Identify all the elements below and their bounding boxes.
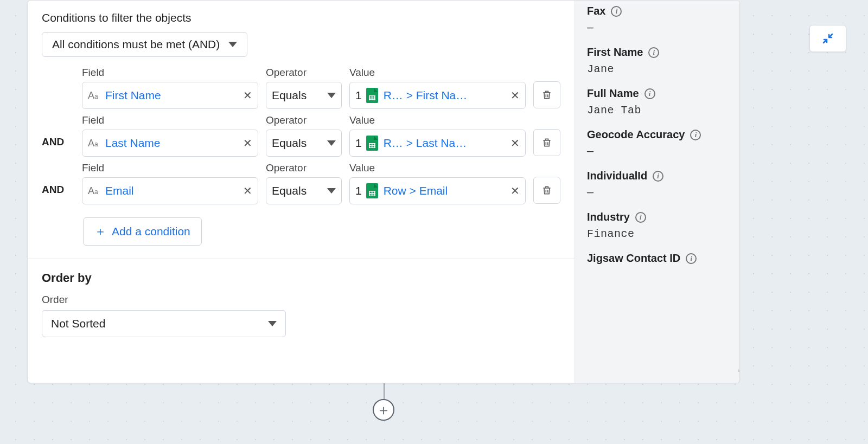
value-step-index: 1: [355, 89, 362, 102]
property-value: Finance: [587, 228, 740, 240]
value-path: Row > Email: [384, 184, 448, 197]
chevron-down-icon: [268, 321, 277, 326]
chevron-down-icon: [327, 93, 336, 98]
property-row: IndividualIdi —: [587, 170, 740, 199]
property-value: —: [587, 22, 740, 34]
collapse-panel-button[interactable]: [809, 25, 846, 52]
operator-select[interactable]: Equals: [266, 177, 342, 204]
value-label: Value: [349, 162, 526, 174]
order-by-section: Order by Order Not Sorted: [28, 259, 575, 353]
order-label: Order: [42, 294, 560, 306]
add-condition-label: Add a condition: [112, 225, 190, 238]
conditions-rows: Field Aa First Name ✕ Operator Equals V: [28, 57, 575, 246]
chevron-down-icon: [327, 140, 336, 146]
operator-value: Equals: [272, 184, 307, 197]
and-conjunction: AND: [42, 123, 74, 148]
field-label: Field: [82, 162, 258, 174]
delete-condition-button[interactable]: [533, 177, 560, 204]
field-label: Field: [82, 67, 258, 79]
conditions-mode-select[interactable]: All conditions must be met (AND): [42, 32, 247, 57]
field-input[interactable]: Aa First Name ✕: [82, 82, 258, 109]
operator-label: Operator: [266, 114, 342, 126]
value-label: Value: [349, 67, 526, 79]
property-row: Full Namei Jane Tab: [587, 87, 740, 117]
plus-icon: ＋: [94, 223, 106, 240]
condition-row: AND Field Aa Email ✕ Operator Equals: [42, 162, 560, 204]
card-main: Conditions to filter the objects All con…: [28, 1, 575, 383]
delete-condition-button[interactable]: [533, 129, 560, 156]
property-label: Geocode Accuracy: [587, 128, 685, 141]
property-label: Full Name: [587, 87, 639, 100]
field-input[interactable]: Aa Email ✕: [82, 177, 258, 204]
trash-icon: [541, 89, 552, 101]
field-label: Field: [82, 114, 258, 126]
clear-field-icon[interactable]: ✕: [243, 137, 252, 150]
text-type-icon: Aa: [88, 138, 101, 149]
chevron-down-icon: [228, 42, 237, 47]
property-label: Jigsaw Contact ID: [587, 252, 680, 265]
value-label: Value: [349, 114, 526, 126]
property-label: Industry: [587, 211, 630, 223]
clear-field-icon[interactable]: ✕: [243, 89, 252, 102]
trash-icon: [541, 137, 552, 149]
condition-row: Field Aa First Name ✕ Operator Equals V: [42, 67, 560, 109]
trash-icon: [541, 184, 552, 196]
conditions-heading: Conditions to filter the objects: [42, 11, 560, 24]
chevron-down-icon: [327, 188, 336, 194]
value-input[interactable]: 1 Row > Email ✕: [349, 177, 526, 204]
value-path: R… > First Na…: [384, 89, 468, 102]
operator-label: Operator: [266, 162, 342, 174]
text-type-icon: Aa: [88, 185, 101, 197]
expand-panel-icon[interactable]: ⤢: [737, 362, 740, 375]
clear-field-icon[interactable]: ✕: [243, 184, 252, 197]
operator-select[interactable]: Equals: [266, 130, 342, 157]
value-path: R… > Last Na…: [384, 137, 467, 150]
info-icon[interactable]: i: [653, 171, 663, 182]
google-sheets-icon: [366, 136, 378, 151]
property-value: —: [587, 145, 740, 158]
order-value: Not Sorted: [51, 317, 105, 330]
google-sheets-icon: [366, 183, 378, 198]
info-icon[interactable]: i: [635, 212, 646, 223]
info-icon[interactable]: i: [644, 88, 655, 99]
property-label: First Name: [587, 46, 643, 59]
order-select[interactable]: Not Sorted: [42, 310, 286, 337]
property-row: Industryi Finance: [587, 211, 740, 240]
operator-label: Operator: [266, 67, 342, 79]
value-input[interactable]: 1 R… > First Na… ✕: [349, 82, 526, 109]
collapse-icon: [821, 32, 834, 45]
clear-value-icon[interactable]: ✕: [510, 137, 520, 150]
conditions-mode-value: All conditions must be met (AND): [52, 38, 220, 51]
value-input[interactable]: 1 R… > Last Na… ✕: [349, 130, 526, 157]
add-condition-button[interactable]: ＋ Add a condition: [83, 217, 202, 246]
clear-value-icon[interactable]: ✕: [510, 89, 520, 102]
delete-condition-button[interactable]: [533, 81, 560, 108]
google-sheets-icon: [366, 88, 378, 103]
field-input[interactable]: Aa Last Name ✕: [82, 130, 258, 157]
property-value: Jane Tab: [587, 104, 740, 117]
operator-value: Equals: [272, 137, 307, 150]
property-row: Geocode Accuracyi —: [587, 128, 740, 158]
text-type-icon: Aa: [88, 90, 101, 101]
property-row: First Namei Jane: [587, 46, 740, 75]
field-name: Email: [105, 184, 134, 197]
side-panel: Faxi — First Namei Jane Full Namei Jane …: [575, 1, 740, 383]
operator-value: Equals: [272, 89, 307, 102]
order-by-heading: Order by: [42, 271, 560, 285]
condition-row: AND Field Aa Last Name ✕ Operator Equals: [42, 114, 560, 157]
property-value: —: [587, 186, 740, 199]
field-name: First Name: [105, 89, 161, 102]
info-icon[interactable]: i: [611, 6, 622, 17]
info-icon[interactable]: i: [690, 130, 701, 140]
filter-card: Conditions to filter the objects All con…: [27, 0, 740, 383]
info-icon[interactable]: i: [648, 47, 659, 58]
operator-select[interactable]: Equals: [266, 82, 342, 109]
value-step-index: 1: [355, 184, 362, 197]
info-icon[interactable]: i: [686, 253, 697, 264]
property-label: IndividualId: [587, 170, 647, 182]
property-value: Jane: [587, 63, 740, 75]
property-row: Faxi —: [587, 5, 740, 34]
clear-value-icon[interactable]: ✕: [510, 184, 520, 197]
value-step-index: 1: [355, 137, 362, 150]
add-step-node[interactable]: ＋: [373, 399, 394, 421]
